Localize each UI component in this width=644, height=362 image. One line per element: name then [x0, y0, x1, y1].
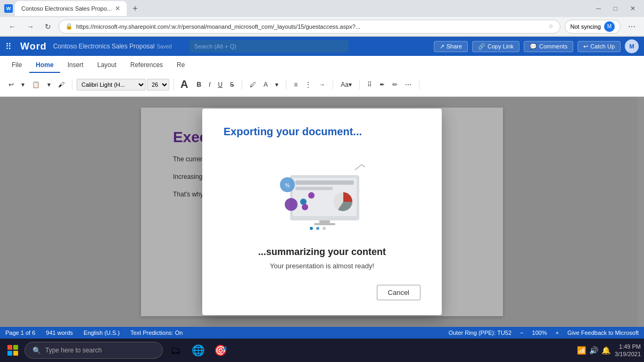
- new-tab-button[interactable]: +: [129, 2, 142, 15]
- modal-description: Your presentation is almost ready!: [270, 262, 374, 270]
- share-button[interactable]: ↗ Share: [434, 41, 468, 52]
- url-text: https://microsoft-my.sharepoint.com/:w:/…: [76, 23, 545, 30]
- format-painter-button[interactable]: 🖌: [55, 80, 68, 89]
- browser-chrome: W Contoso Electronics Sales Propo... ✕ +…: [0, 0, 644, 37]
- indent-button[interactable]: →: [316, 80, 328, 89]
- highlight-button[interactable]: 🖊: [246, 80, 259, 89]
- page-count: Page 1 of 6: [5, 330, 35, 336]
- tab-insert[interactable]: Insert: [61, 58, 90, 73]
- bold-button[interactable]: B: [193, 80, 204, 89]
- user-avatar[interactable]: M: [625, 39, 639, 53]
- more-button[interactable]: ⋯: [402, 80, 415, 89]
- taskbar-search-box[interactable]: 🔍 Type here to search: [24, 342, 163, 359]
- extra-btn-2[interactable]: ✒: [376, 80, 388, 89]
- taskbar-search-placeholder: Type here to search: [45, 347, 102, 354]
- modal-actions: Cancel: [224, 285, 420, 300]
- word-logo: Word: [20, 41, 47, 52]
- waffle-icon[interactable]: ⠿: [5, 42, 12, 52]
- clipboard-button[interactable]: 📋: [29, 80, 43, 89]
- undo-button[interactable]: ↩: [5, 80, 17, 89]
- search-placeholder: Search (Alt + Q): [194, 43, 236, 50]
- taskbar-edge[interactable]: 🌐: [187, 340, 209, 361]
- font-color-button[interactable]: A: [260, 80, 271, 89]
- clipboard-dropdown[interactable]: ▾: [44, 80, 54, 89]
- undo-dropdown[interactable]: ▾: [18, 80, 28, 89]
- cancel-button[interactable]: Cancel: [377, 285, 420, 300]
- minimize-button[interactable]: ─: [592, 4, 605, 13]
- modal-overlay: Exporting your document...: [0, 97, 644, 327]
- extra-btn-1[interactable]: ⠿: [364, 80, 375, 89]
- strikethrough-button[interactable]: S̶: [227, 80, 237, 89]
- tab-re[interactable]: Re: [170, 58, 191, 73]
- svg-rect-2: [295, 180, 354, 185]
- start-button[interactable]: [3, 341, 22, 360]
- toolbar-highlight-group: 🖊 A ▾: [246, 80, 286, 89]
- zoom-level: 100%: [532, 330, 547, 336]
- numbering-button[interactable]: ⋮: [302, 80, 315, 89]
- zoom-in-button[interactable]: +: [556, 330, 559, 336]
- tab-close-icon[interactable]: ✕: [115, 5, 120, 12]
- powerpoint-icon: 🎯: [214, 344, 227, 357]
- restore-button[interactable]: □: [609, 4, 622, 13]
- underline-button[interactable]: U: [214, 80, 226, 89]
- windows-logo: [7, 345, 18, 356]
- star-icon[interactable]: ☆: [548, 23, 554, 30]
- address-bar[interactable]: 🔒 https://microsoft-my.sharepoint.com/:w…: [59, 20, 560, 34]
- tab-references[interactable]: References: [124, 58, 169, 73]
- taskbar-explorer[interactable]: 🗂: [165, 340, 186, 361]
- comment-icon: 💬: [530, 43, 537, 50]
- copy-link-button[interactable]: 🔗 Copy Link: [472, 41, 519, 52]
- network-icon[interactable]: 📶: [577, 346, 586, 355]
- highlight-color-button[interactable]: ▾: [272, 80, 282, 89]
- word-appbar: ⠿ Word Contoso Electronics Sales Proposa…: [0, 37, 644, 56]
- doc-title-text: Contoso Electronics Sales Proposal: [53, 43, 155, 50]
- window-controls: ─ □ ✕: [592, 4, 640, 13]
- edge-icon: 🌐: [192, 344, 205, 357]
- not-syncing-label: Not syncing: [571, 23, 601, 30]
- browser-tab[interactable]: Contoso Electronics Sales Propo... ✕: [15, 1, 127, 16]
- profile-button[interactable]: Not syncing M: [565, 20, 621, 34]
- word-search-box[interactable]: Search (Alt + Q): [189, 40, 349, 53]
- svg-line-11: [355, 164, 362, 170]
- toolbar-font-group: Calibri Light (H... 26: [77, 79, 174, 90]
- notification-icon[interactable]: 🔔: [601, 346, 610, 355]
- clock-date: 3/19/2021: [615, 350, 641, 358]
- extra-btn-3[interactable]: ✏: [389, 80, 401, 89]
- svg-point-7: [302, 204, 308, 210]
- volume-icon[interactable]: 🔊: [589, 346, 598, 355]
- more-button[interactable]: ⋯: [625, 20, 639, 33]
- system-clock[interactable]: 1:49 PM 3/19/2021: [615, 343, 641, 358]
- doc-name: Contoso Electronics Sales Proposal Saved: [53, 43, 172, 50]
- tab-layout[interactable]: Layout: [91, 58, 123, 73]
- close-button[interactable]: ✕: [626, 4, 640, 13]
- font-size-large-indicator: A: [178, 78, 190, 90]
- explorer-icon: 🗂: [170, 344, 181, 357]
- comments-button[interactable]: 💬 Comments: [524, 41, 573, 52]
- toolbar-format-group: B I U S̶: [193, 80, 242, 89]
- svg-point-13: [310, 227, 313, 230]
- back-button[interactable]: ←: [5, 20, 19, 33]
- bullets-button[interactable]: ≡: [291, 80, 301, 89]
- taskbar-powerpoint[interactable]: 🎯: [210, 340, 231, 361]
- word-count: 941 words: [46, 330, 73, 336]
- catch-up-button[interactable]: ↩ Catch Up: [577, 41, 621, 52]
- toolbar-styles-group: Aa▾: [337, 80, 360, 89]
- forward-button[interactable]: →: [23, 20, 37, 33]
- font-size-select[interactable]: 26: [147, 79, 169, 90]
- share-icon: ↗: [440, 43, 444, 50]
- italic-button[interactable]: I: [205, 80, 213, 89]
- clock-time: 1:49 PM: [615, 343, 641, 350]
- taskbar: 🔍 Type here to search 🗂 🌐 🎯 📶 🔊 🔔 1:49 P…: [0, 339, 644, 362]
- svg-line-12: [362, 164, 365, 167]
- font-name-select[interactable]: Calibri Light (H...: [77, 79, 146, 90]
- more-styles-button[interactable]: Aa▾: [337, 80, 355, 89]
- zoom-out-button[interactable]: −: [520, 330, 523, 336]
- toolbar-undo-group: ↩ ▾ 📋 ▾ 🖌: [5, 80, 72, 89]
- text-predictions: Text Predictions: On: [130, 330, 183, 336]
- tab-home[interactable]: Home: [29, 58, 60, 73]
- modal-illustration: %: [269, 149, 375, 234]
- refresh-button[interactable]: ↻: [42, 20, 54, 33]
- tab-file[interactable]: File: [5, 58, 28, 73]
- catchup-icon: ↩: [583, 43, 588, 50]
- feedback-link[interactable]: Give Feedback to Microsoft: [567, 330, 639, 336]
